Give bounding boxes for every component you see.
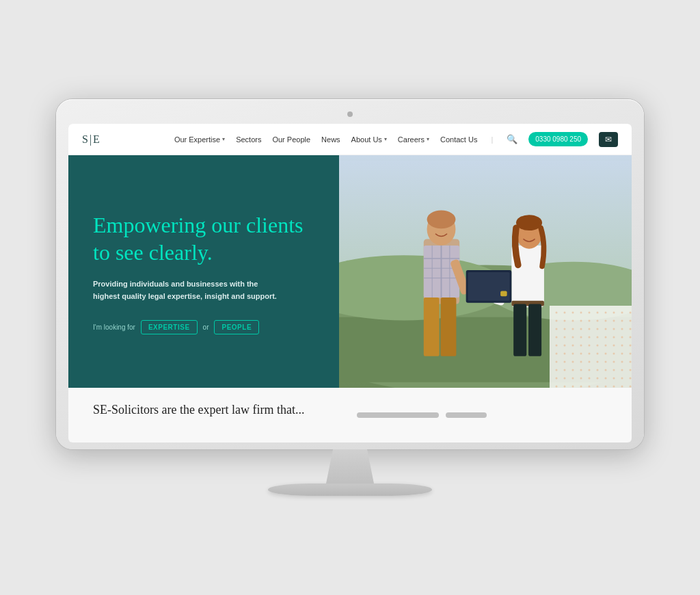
svg-point-91 <box>571 361 574 363</box>
svg-point-80 <box>563 353 565 355</box>
svg-point-93 <box>588 361 590 363</box>
email-button[interactable]: ✉ <box>599 132 618 147</box>
svg-point-111 <box>571 378 574 380</box>
svg-point-102 <box>580 369 582 371</box>
lower-section: SE-Solicitors are the expert law firm th… <box>68 388 632 442</box>
chevron-down-icon-3: ▾ <box>427 136 429 142</box>
svg-point-123 <box>588 386 590 388</box>
svg-point-76 <box>612 345 615 347</box>
hero-photo-panel: /* dots rendered in CSS */(function(){})… <box>339 155 632 388</box>
svg-point-32 <box>580 312 582 314</box>
nav-link-news[interactable]: News <box>321 135 340 144</box>
hero-subtext: Providing individuals and businesses wit… <box>93 278 284 302</box>
people-button[interactable]: PEOPLE <box>214 320 259 334</box>
svg-point-114 <box>596 378 598 380</box>
svg-point-63 <box>588 336 590 339</box>
svg-point-106 <box>612 369 615 371</box>
grid-decoration: /* dots rendered in CSS */(function(){})… <box>550 306 632 388</box>
search-icon[interactable]: 🔍 <box>507 134 517 144</box>
expertise-button[interactable]: EXPERTISE <box>141 320 198 334</box>
svg-point-72 <box>580 345 582 347</box>
svg-rect-28 <box>550 306 632 388</box>
nav-link-expertise[interactable]: Our Expertise ▾ <box>174 135 225 144</box>
svg-point-41 <box>571 320 574 322</box>
svg-point-81 <box>571 353 574 355</box>
svg-point-107 <box>621 369 623 371</box>
svg-point-58 <box>629 328 631 330</box>
svg-rect-13 <box>423 298 439 356</box>
svg-point-99 <box>555 369 557 371</box>
svg-point-88 <box>629 353 631 355</box>
svg-point-47 <box>621 320 623 322</box>
svg-point-34 <box>596 312 598 314</box>
svg-point-50 <box>563 328 565 330</box>
svg-point-101 <box>571 369 574 371</box>
svg-point-85 <box>604 353 606 355</box>
hero-heading: Empowering our clients to see clearly. <box>93 211 314 266</box>
svg-point-96 <box>612 361 615 363</box>
svg-point-40 <box>563 320 565 322</box>
svg-point-87 <box>621 353 623 355</box>
svg-point-75 <box>604 345 606 347</box>
svg-point-69 <box>555 345 557 347</box>
svg-point-30 <box>563 312 565 314</box>
nav-divider: | <box>491 135 493 144</box>
svg-point-52 <box>580 328 582 330</box>
svg-point-126 <box>612 386 615 388</box>
svg-rect-21 <box>528 304 541 356</box>
svg-point-73 <box>588 345 590 347</box>
svg-point-51 <box>571 328 574 330</box>
svg-point-128 <box>629 386 631 388</box>
svg-point-104 <box>596 369 598 371</box>
chevron-down-icon-2: ▾ <box>384 136 387 142</box>
svg-point-112 <box>580 378 582 380</box>
nav-link-contact[interactable]: Contact Us <box>440 135 477 144</box>
svg-point-109 <box>555 378 557 380</box>
svg-point-35 <box>604 312 606 314</box>
svg-point-118 <box>629 378 631 380</box>
svg-point-86 <box>612 353 615 355</box>
svg-point-90 <box>563 361 565 363</box>
nav-link-our-people[interactable]: Our People <box>272 135 310 144</box>
svg-point-53 <box>588 328 590 330</box>
svg-point-127 <box>621 386 623 388</box>
svg-point-119 <box>555 386 557 388</box>
svg-point-92 <box>580 361 582 363</box>
svg-rect-14 <box>440 298 456 356</box>
svg-point-79 <box>555 353 557 355</box>
svg-point-100 <box>563 369 565 371</box>
cta-prefix-label: I'm looking for <box>93 323 135 331</box>
monitor-camera <box>347 111 353 117</box>
svg-point-59 <box>555 336 557 339</box>
nav-link-sectors[interactable]: Sectors <box>236 135 261 144</box>
svg-point-49 <box>555 328 557 330</box>
site-logo[interactable]: S|E <box>82 133 101 146</box>
nav-link-careers[interactable]: Careers ▾ <box>398 135 429 144</box>
svg-point-113 <box>588 378 590 380</box>
svg-point-94 <box>596 361 598 363</box>
svg-point-39 <box>555 320 557 322</box>
svg-point-120 <box>563 386 565 388</box>
svg-point-61 <box>571 336 574 339</box>
svg-point-31 <box>571 312 574 314</box>
svg-point-95 <box>604 361 606 363</box>
hero-cta-row: I'm looking for EXPERTISE or PEOPLE <box>93 320 314 334</box>
svg-point-37 <box>621 312 623 314</box>
monitor-stand-base <box>268 484 432 496</box>
svg-point-115 <box>604 378 606 380</box>
svg-point-110 <box>563 378 565 380</box>
svg-point-67 <box>621 336 623 339</box>
svg-point-77 <box>621 345 623 347</box>
svg-point-125 <box>604 386 606 388</box>
nav-link-about[interactable]: About Us ▾ <box>351 135 387 144</box>
svg-point-43 <box>588 320 590 322</box>
svg-point-62 <box>580 336 582 339</box>
svg-point-105 <box>604 369 606 371</box>
hero-section: Empowering our clients to see clearly. P… <box>68 155 632 388</box>
svg-point-78 <box>629 345 631 347</box>
svg-point-121 <box>571 386 574 388</box>
phone-button[interactable]: 0330 0980 250 <box>528 132 588 146</box>
svg-point-70 <box>563 345 565 347</box>
svg-point-42 <box>580 320 582 322</box>
monitor-shell: S|E Our Expertise ▾ Sectors Our People N… <box>56 99 644 449</box>
